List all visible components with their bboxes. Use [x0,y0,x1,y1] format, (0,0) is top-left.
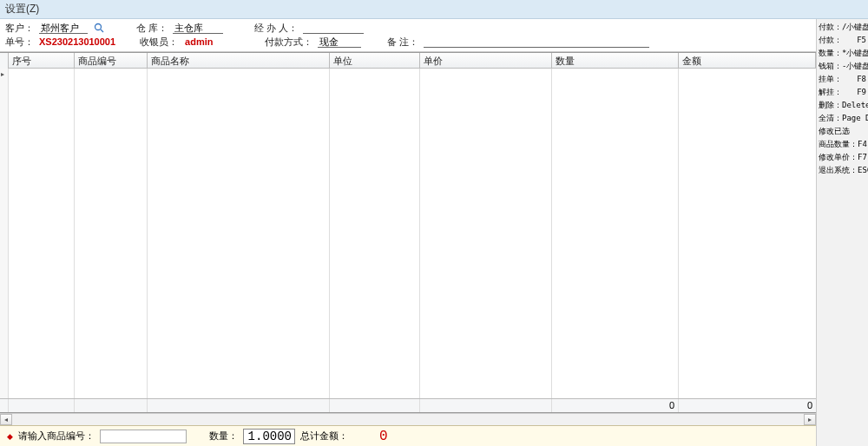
shortcut-key-label: 数量： [819,48,842,59]
paytype-label: 付款方式： [265,36,312,49]
footer-amount: 0 [679,399,816,412]
shortcut-key-label: 钱箱： [819,61,842,72]
shortcut-key-label: 解挂： [819,87,842,98]
qty-input[interactable] [243,429,295,444]
cashier-label: 收银员： [140,36,178,49]
shortcut-panel: 付款：/小键盘付款：F5数量：*小键盘钱箱：-小键盘挂单：F8解挂：F9删除：D… [816,19,868,446]
shortcut-key-value: F7 [858,152,867,163]
shortcut-row: 全清：Page Down [819,112,866,125]
shortcut-key-value: -小键盘 [842,61,868,72]
scroll-right-icon[interactable]: ▸ [804,414,816,425]
cashier-value: admin [183,36,233,48]
remark-label: 备 注： [387,36,418,49]
total-label: 总计金额： [300,430,348,443]
shortcut-row: 挂单：F8 [819,73,866,86]
svg-line-1 [101,30,103,32]
handler-field[interactable] [303,22,364,34]
content-row: 客户： 郑州客户 仓 库： 主仓库 经 办 人： 单号： XS230213010… [0,19,868,446]
table-body[interactable]: ▸ [0,69,816,398]
shortcut-key-value: Page Down [842,113,868,124]
qty-label: 数量： [209,430,238,443]
menu-bar: 设置(Z) [0,0,868,19]
diamond-icon: ◆ [7,432,13,441]
menu-settings[interactable]: 设置(Z) [5,3,39,15]
remark-field[interactable] [424,36,649,48]
shortcut-key-value: F9 [857,87,866,98]
header-form: 客户： 郑州客户 仓 库： 主仓库 经 办 人： 单号： XS230213010… [0,19,816,52]
shortcut-row: 付款：F5 [819,34,866,47]
shortcut-row: 商品数量：F4 [819,138,866,151]
shortcut-key-value: F5 [857,35,866,46]
shortcut-key-label: 全清： [819,113,842,124]
total-value: 0 [379,429,388,444]
table-footer: 0 0 [0,398,816,412]
shortcut-key-value: *小键盘 [842,48,868,59]
shortcut-row: 解挂：F9 [819,86,866,99]
col-amount[interactable]: 金额 [679,53,816,69]
col-qty[interactable]: 数量 [552,53,679,69]
col-name[interactable]: 商品名称 [148,53,330,69]
shortcut-row: 删除：Delete [819,99,866,112]
shortcut-key-label: 商品数量： [819,139,858,150]
code-prompt: 请输入商品编号： [18,430,95,443]
scroll-left-icon[interactable]: ◂ [0,414,12,425]
shortcut-row: 退出系统：ESC [819,164,866,177]
footer-qty: 0 [552,399,679,412]
shortcut-row: 修改已选 [819,125,866,138]
shortcut-key-value: F4 [858,139,867,150]
row-gutter: ▸ [0,69,9,398]
horizontal-scrollbar[interactable]: ◂ ▸ [0,413,816,425]
warehouse-label: 仓 库： [136,22,168,35]
customer-field[interactable]: 郑州客户 [39,22,88,34]
shortcut-key-label: 修改单价： [819,152,858,163]
col-code[interactable]: 商品编号 [75,53,148,69]
shortcut-row: 钱箱：-小键盘 [819,60,866,73]
orderno-label: 单号： [5,36,34,49]
table-header: 序号 商品编号 商品名称 单位 单价 数量 金额 [0,53,816,69]
shortcut-key-label: 退出系统： [819,165,858,176]
shortcut-key-value: Delete [842,100,868,111]
main-column: 客户： 郑州客户 仓 库： 主仓库 经 办 人： 单号： XS230213010… [0,19,816,446]
shortcut-key-label: 付款： [819,35,842,46]
paytype-field[interactable]: 现金 [318,36,361,48]
shortcut-key-label: 修改已选 [819,126,850,137]
shortcut-key-label: 删除： [819,100,842,111]
col-unit[interactable]: 单位 [330,53,420,69]
shortcut-key-value: F8 [857,74,866,85]
bottom-bar: ◆ 请输入商品编号： 数量： 总计金额： 0 [0,425,816,446]
shortcut-key-value: /小键盘 [842,22,868,33]
search-icon[interactable] [93,22,105,34]
items-table: 序号 商品编号 商品名称 单位 单价 数量 金额 ▸ [0,52,816,413]
col-seq[interactable]: 序号 [9,53,75,69]
orderno-value: XS230213010001 [39,36,115,47]
code-input[interactable] [100,430,187,443]
shortcut-key-label: 挂单： [819,74,842,85]
customer-label: 客户： [5,22,34,35]
handler-label: 经 办 人： [254,22,298,35]
shortcut-row: 修改单价：F7 [819,151,866,164]
col-price[interactable]: 单价 [420,53,552,69]
shortcut-key-value: ESC [858,165,868,176]
shortcut-row: 数量：*小键盘 [819,47,866,60]
current-row-icon: ▸ [1,70,4,78]
warehouse-field[interactable]: 主仓库 [173,22,223,34]
svg-point-0 [95,24,102,30]
shortcut-row: 付款：/小键盘 [819,21,866,34]
shortcut-key-label: 付款： [819,22,842,33]
